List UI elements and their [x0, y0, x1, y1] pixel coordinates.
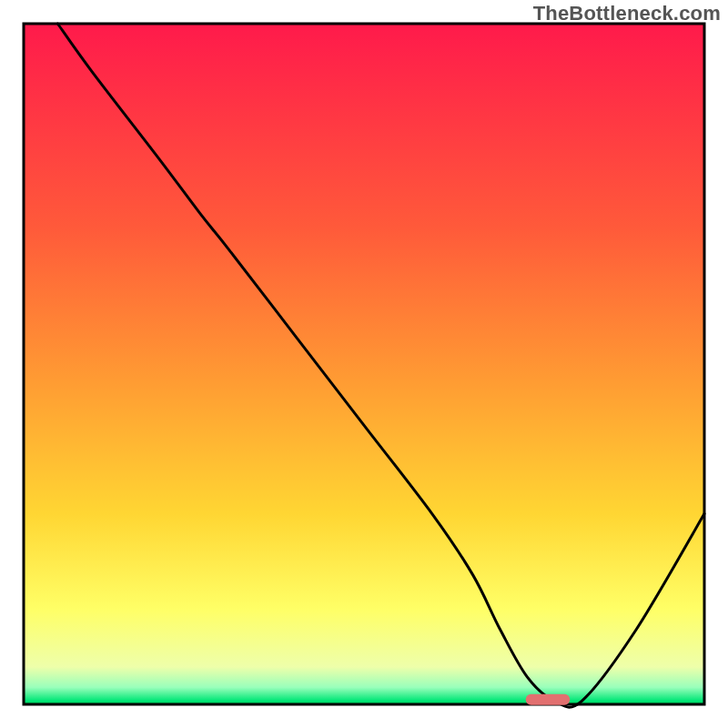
- bottleneck-chart: [0, 0, 728, 728]
- plot-background: [24, 24, 704, 704]
- chart-container: TheBottleneck.com: [0, 0, 728, 728]
- optimal-zone-marker: [526, 694, 571, 705]
